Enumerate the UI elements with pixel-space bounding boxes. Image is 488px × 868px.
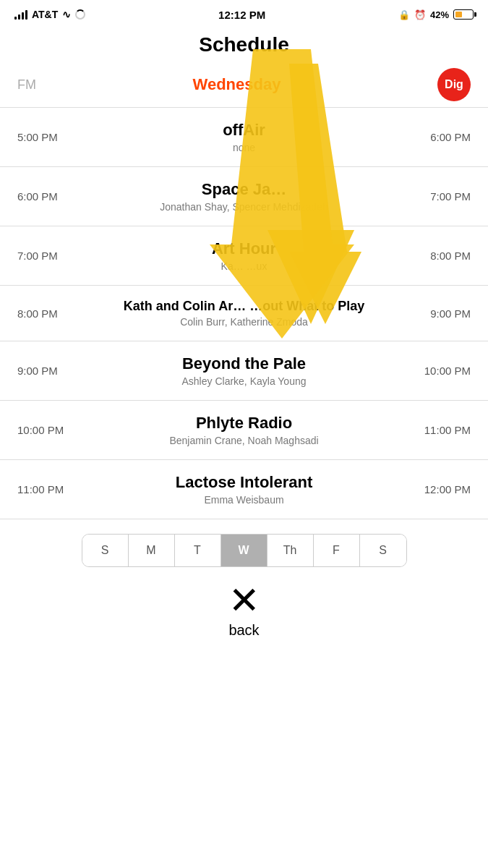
time-start: 8:00 PM — [17, 307, 82, 320]
status-time: 12:12 PM — [218, 9, 265, 21]
back-section: ✕ back — [0, 582, 488, 660]
tab-fm[interactable]: FM — [17, 77, 36, 93]
day-button-mon[interactable]: M — [129, 535, 175, 566]
day-button-thu[interactable]: Th — [267, 535, 314, 566]
show-hosts: Ashley Clarke, Kayla Young — [82, 375, 406, 387]
time-end: 7:00 PM — [406, 190, 471, 203]
day-button-wed[interactable]: W — [221, 535, 267, 566]
day-button-tue[interactable]: T — [175, 535, 221, 566]
carrier-label: AT&T — [32, 9, 58, 20]
day-button-sun[interactable]: S — [82, 535, 129, 566]
wifi-icon: ∿ — [62, 9, 71, 20]
time-start: 5:00 PM — [17, 131, 82, 143]
show-title: Phlyte Radio — [82, 414, 406, 433]
show-info: Beyond the Pale Ashley Clarke, Kayla You… — [82, 354, 406, 387]
time-end: 9:00 PM — [406, 307, 471, 320]
time-end: 6:00 PM — [406, 131, 471, 143]
alarm-icon: ⏰ — [414, 9, 426, 20]
status-bar: AT&T ∿ 12:12 PM 🔒 ⏰ 42% — [0, 0, 488, 26]
time-end: 10:00 PM — [406, 365, 471, 377]
status-right: 🔒 ⏰ 42% — [398, 9, 474, 20]
show-hosts: Emma Weisbaum — [82, 494, 406, 506]
lock-icon: 🔒 — [398, 9, 410, 20]
show-title: Lactose Intolerant — [82, 473, 406, 492]
show-title: Beyond the Pale — [82, 354, 406, 373]
time-start: 11:00 PM — [17, 483, 82, 495]
time-start: 7:00 PM — [17, 250, 82, 262]
schedule-row[interactable]: 9:00 PM Beyond the Pale Ashley Clarke, K… — [0, 341, 488, 400]
time-end: 11:00 PM — [406, 424, 471, 436]
battery-icon — [453, 9, 474, 20]
show-info: Phlyte Radio Benjamin Crane, Noah Maghsa… — [82, 414, 406, 446]
day-selector: S M T W Th F S — [17, 534, 471, 567]
time-start: 6:00 PM — [17, 190, 82, 203]
show-hosts: Benjamin Crane, Noah Maghsadi — [82, 435, 406, 446]
dig-badge[interactable]: Dig — [437, 68, 471, 101]
signal-icon — [14, 9, 27, 20]
back-button[interactable]: back — [228, 622, 259, 639]
battery-percent: 42% — [430, 9, 449, 20]
time-start: 10:00 PM — [17, 424, 82, 436]
day-selector-inner: S M T W Th F S — [82, 534, 407, 567]
show-info: Lactose Intolerant Emma Weisbaum — [82, 473, 406, 506]
day-button-sat[interactable]: S — [360, 535, 406, 566]
time-end: 8:00 PM — [406, 250, 471, 262]
time-end: 12:00 PM — [406, 483, 471, 495]
schedule-row[interactable]: 10:00 PM Phlyte Radio Benjamin Crane, No… — [0, 401, 488, 459]
status-left: AT&T ∿ — [14, 9, 85, 20]
time-start: 9:00 PM — [17, 365, 82, 377]
loading-spinner — [75, 9, 85, 20]
close-icon[interactable]: ✕ — [228, 582, 260, 619]
schedule-row[interactable]: 11:00 PM Lactose Intolerant Emma Weisbau… — [0, 460, 488, 519]
day-button-fri[interactable]: F — [314, 535, 360, 566]
